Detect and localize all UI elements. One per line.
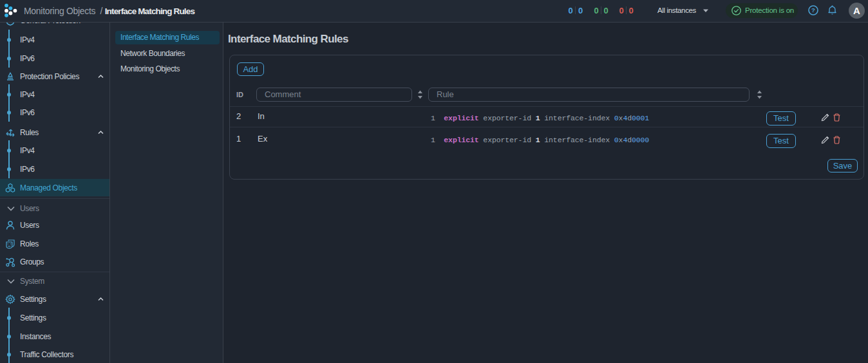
svg-text:?: ? xyxy=(811,6,815,14)
